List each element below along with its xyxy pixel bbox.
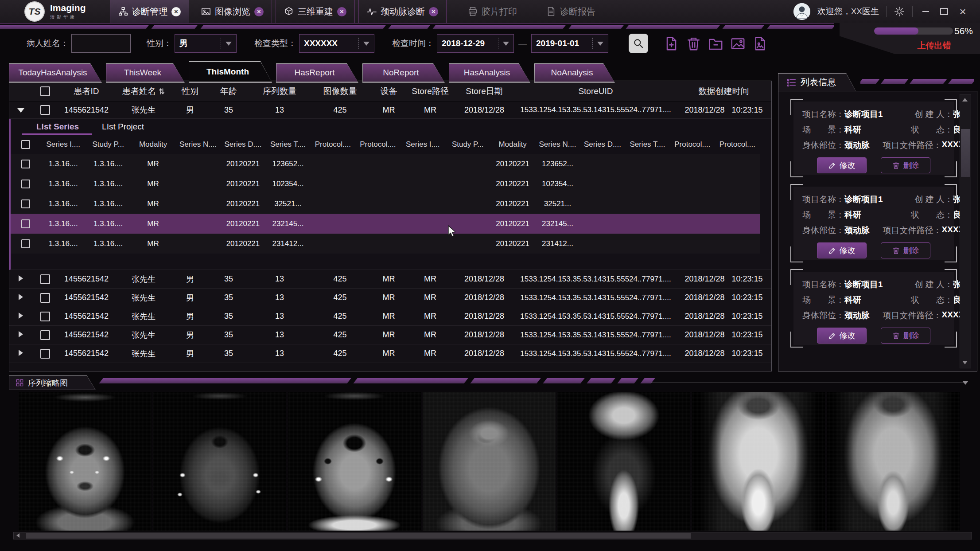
col-header-store-path[interactable]: Store路径	[407, 86, 453, 97]
tab-image-browse[interactable]: 图像浏览 ×	[193, 0, 272, 23]
tab-today-has-analysis[interactable]: TodayHasAnalysis	[9, 63, 102, 83]
scroll-down-icon[interactable]	[962, 381, 968, 385]
select-all-series-checkbox[interactable]	[11, 140, 41, 149]
mri-thumbnail-3[interactable]	[288, 392, 421, 531]
series-column-header[interactable]: Series T....	[625, 140, 670, 149]
col-header-device[interactable]: 设备	[370, 86, 407, 97]
row-checkbox[interactable]	[40, 330, 50, 340]
series-column-header[interactable]: Modality	[131, 140, 175, 149]
series-row[interactable]: 1.3.16....1.3.16.... MR 20120221123652..…	[11, 154, 760, 174]
maximize-button[interactable]	[938, 6, 950, 17]
col-header-patient-name[interactable]: 患者姓名	[115, 86, 172, 97]
series-column-header[interactable]: Protocol....	[670, 140, 715, 149]
panel-scrollbar[interactable]	[960, 94, 971, 368]
delete-button[interactable]: 删除	[881, 328, 930, 344]
series-column-header[interactable]: Study P...	[445, 140, 490, 149]
series-column-header[interactable]: Study P...	[86, 140, 130, 149]
picture-icon[interactable]	[731, 36, 745, 51]
expand-icon[interactable]	[19, 331, 23, 337]
series-column-header[interactable]: Modality	[490, 140, 535, 149]
close-icon[interactable]: ×	[171, 7, 181, 16]
series-column-header[interactable]: Protocol....	[311, 140, 355, 149]
row-checkbox[interactable]	[40, 312, 50, 321]
sort-icon[interactable]	[159, 88, 165, 95]
row-checkbox[interactable]	[40, 293, 50, 303]
expand-icon[interactable]	[19, 275, 23, 281]
trash-icon[interactable]	[686, 36, 701, 51]
horizontal-scrollbar[interactable]	[13, 532, 972, 539]
series-checkbox[interactable]	[21, 239, 30, 248]
gear-icon[interactable]	[894, 6, 905, 17]
minimize-button[interactable]	[920, 6, 931, 17]
collapse-icon[interactable]	[17, 108, 24, 113]
mri-thumbnail-5[interactable]	[557, 392, 690, 531]
series-column-header[interactable]: Series N....	[175, 140, 220, 149]
col-header-image-count[interactable]: 图像数量	[310, 86, 370, 97]
series-column-header[interactable]: Series I....	[41, 140, 86, 149]
tab-carotid-diagnosis[interactable]: 颈动脉诊断 ×	[358, 0, 447, 23]
tab-no-analysis[interactable]: NoAnalysis	[534, 63, 615, 83]
tab-diagnosis-management[interactable]: 诊断管理 ×	[110, 0, 189, 23]
date-to-select[interactable]: 2019-01-01	[531, 34, 608, 53]
tab-3d-reconstruction[interactable]: 三维重建 ×	[276, 0, 355, 23]
series-checkbox[interactable]	[21, 160, 30, 168]
delete-button[interactable]: 删除	[881, 242, 930, 258]
expand-icon[interactable]	[19, 313, 23, 319]
close-icon[interactable]: ×	[337, 7, 346, 16]
series-column-header[interactable]: Series D....	[580, 140, 625, 149]
col-header-store-uid[interactable]: StoreUID	[515, 86, 676, 96]
exam-type-select[interactable]: XXXXXX	[299, 34, 374, 53]
expand-icon[interactable]	[19, 294, 23, 300]
add-file-icon[interactable]	[664, 36, 679, 51]
select-all-checkbox[interactable]	[32, 86, 58, 96]
scrollbar-thumb[interactable]	[26, 533, 691, 539]
edit-button[interactable]: 修改	[817, 242, 867, 258]
col-header-series-count[interactable]: 序列数量	[249, 86, 310, 97]
series-column-header[interactable]: Series I....	[401, 140, 445, 149]
series-row[interactable]: 1.3.16....1.3.16.... MR 20120221231412..…	[11, 234, 760, 254]
patient-row[interactable]: 1455621542 张先生 男 35 13 425 MR MR 2018/12…	[9, 289, 771, 307]
row-checkbox[interactable]	[40, 349, 50, 359]
mri-thumbnail-1[interactable]	[19, 392, 152, 531]
series-row[interactable]: 1.3.16....1.3.16.... MR 20120221232145..…	[11, 214, 760, 234]
delete-button[interactable]: 删除	[881, 157, 930, 173]
col-header-store-date[interactable]: Store日期	[453, 86, 515, 97]
row-checkbox[interactable]	[40, 105, 50, 115]
patient-row[interactable]: 1455621542 张先生 男 35 13 425 MR MR 2018/12…	[9, 344, 771, 363]
mri-thumbnail-4[interactable]	[423, 392, 556, 531]
tab-no-report[interactable]: NoReport	[362, 63, 445, 83]
patient-row-expanded[interactable]: 1455621542 张先生 男 35 13 425 MR MR 2018/12…	[9, 102, 771, 119]
scroll-down-icon[interactable]	[962, 361, 968, 364]
date-from-select[interactable]: 2018-12-29	[437, 34, 514, 53]
series-column-header[interactable]: Protocol....	[355, 140, 400, 149]
search-button[interactable]	[629, 34, 648, 53]
series-row[interactable]: 1.3.16....1.3.16.... MR 2012022132521...…	[11, 194, 760, 214]
mri-thumbnail-2[interactable]	[153, 392, 286, 531]
series-column-header[interactable]: Protocol....	[715, 140, 760, 149]
mri-thumbnail-7[interactable]	[827, 392, 960, 531]
series-column-header[interactable]: Series D....	[221, 140, 265, 149]
tab-list-series[interactable]: LIst Series	[36, 122, 79, 135]
col-header-age[interactable]: 年龄	[208, 86, 249, 97]
close-icon[interactable]: ×	[429, 7, 438, 16]
edit-button[interactable]: 修改	[817, 328, 867, 344]
col-header-patient-id[interactable]: 患者ID	[58, 86, 115, 97]
scrollbar-thumb[interactable]	[961, 129, 970, 177]
tab-has-analysis[interactable]: HasAnalysis	[449, 63, 530, 83]
patient-row[interactable]: 1455621542 张先生 男 35 13 425 MR MR 2018/12…	[9, 270, 771, 289]
patient-row[interactable]: 1455621542 张先生 男 35 13 425 MR MR 2018/12…	[9, 326, 771, 344]
series-column-header[interactable]: Series N....	[535, 140, 580, 149]
tab-this-week[interactable]: ThisWeek	[106, 63, 185, 83]
close-icon[interactable]: ×	[254, 7, 264, 16]
image-file-icon[interactable]	[753, 36, 767, 51]
series-checkbox[interactable]	[21, 180, 30, 188]
patient-name-input[interactable]	[71, 34, 131, 53]
row-checkbox[interactable]	[40, 274, 50, 284]
folder-icon[interactable]	[708, 36, 723, 51]
series-column-header[interactable]: Series T....	[265, 140, 310, 149]
tab-list-project[interactable]: LIst Project	[102, 122, 144, 135]
tab-diagnosis-report[interactable]: 诊断报告	[538, 0, 603, 23]
series-checkbox[interactable]	[21, 199, 30, 208]
scroll-left-icon[interactable]	[16, 533, 19, 538]
col-header-gender[interactable]: 性别	[172, 86, 208, 97]
